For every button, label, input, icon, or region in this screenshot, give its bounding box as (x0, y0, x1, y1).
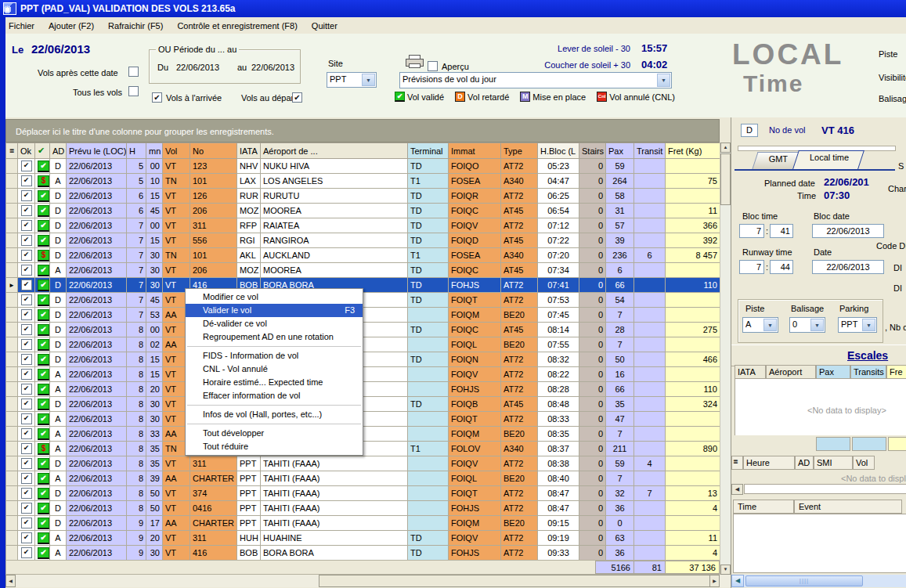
events-column-event[interactable]: Event (794, 500, 902, 514)
after-date-checkbox[interactable] (128, 67, 139, 77)
context-menu-item-valider-le-vol[interactable]: Valider le volF3 (186, 304, 363, 317)
table-row[interactable]: ✔✔D22/06/2013615VT126RURRURUTUTDFOIQRAT7… (6, 189, 720, 204)
column-header-ok[interactable]: Ok (18, 143, 35, 159)
menu-item-fichier[interactable]: Fichier (2, 19, 42, 33)
ok-checkbox[interactable]: ✔ (21, 488, 32, 499)
escales-column-aéroport[interactable]: Aéroport (766, 365, 816, 379)
period-to[interactable]: 22/06/2013 (251, 63, 294, 72)
bloc-minute-input[interactable]: 41 (770, 224, 793, 238)
context-menu-item-d-valider-ce-vol[interactable]: Dé-valider ce vol (186, 317, 363, 330)
ad-field[interactable]: D (741, 124, 758, 137)
ok-checkbox[interactable]: ✔ (21, 190, 32, 201)
menu-item-contr-le-et-enregistrement-f8-[interactable]: Contrôle et enregistrement (F8) (170, 19, 304, 33)
balisage-select[interactable]: 0▼ (789, 317, 825, 333)
movements-column-icon[interactable]: ≣ (731, 456, 743, 470)
column-header-hb[interactable]: H.Bloc (L (538, 143, 579, 159)
table-row[interactable]: ✔$A22/06/2013510TN101LAXLOS ANGELEST1FOS… (6, 174, 720, 189)
column-header-iata[interactable]: IATA (237, 143, 261, 159)
table-row[interactable]: ✔$D22/06/2013730TN101AKLAUCKLANDT1FOSEAA… (6, 248, 720, 263)
table-row[interactable]: ✔✔D22/06/2013917AACHARTERPPTTAHITI (FAAA… (6, 516, 720, 531)
table-row[interactable]: ✔✔A22/06/2013839AACHARTERPPTTAHITI (FAAA… (6, 471, 720, 486)
scroll-left-icon[interactable]: ◀ (731, 484, 743, 495)
arrivals-checkbox[interactable]: ✔ (152, 92, 162, 103)
column-header-pax[interactable]: Pax (606, 143, 634, 159)
escales-column-fre[interactable]: Fre (886, 365, 906, 379)
column-header-ty[interactable]: Type (501, 143, 538, 159)
horizontal-scroll-thumb[interactable] (319, 575, 718, 587)
table-row[interactable]: ✔✔D22/06/2013645VT206MOZMOOREATDFOIQCAT4… (6, 204, 720, 218)
column-header-h[interactable]: H (127, 143, 146, 159)
all-flights-checkbox[interactable] (128, 86, 139, 96)
escales-column-transits[interactable]: Transits (850, 365, 886, 379)
movements-scrollbar[interactable]: ◀ (731, 484, 906, 495)
column-header-date[interactable]: Prévu le (LOC) (67, 143, 127, 159)
context-menu-item-tout-d-velopper[interactable]: Tout développer (186, 427, 363, 440)
piste-select[interactable]: A▼ (742, 317, 778, 333)
ok-checkbox[interactable]: ✔ (21, 339, 32, 350)
tab-local-time[interactable]: Local time (793, 150, 865, 169)
column-header-mn[interactable]: mn (146, 143, 163, 159)
table-row[interactable]: ✔✔D22/06/2013835VT311PPTTAHITI (FAAA)FOI… (6, 456, 720, 471)
ok-checkbox[interactable]: ✔ (21, 309, 32, 320)
chevron-down-icon[interactable]: ▼ (362, 74, 375, 86)
ok-checkbox[interactable]: ✔ (21, 324, 32, 335)
column-header-st[interactable]: ✔ (35, 143, 50, 159)
movements-column-vol[interactable]: Vol (853, 456, 875, 470)
scroll-left-icon[interactable]: ◀ (731, 575, 744, 587)
bloc-date-input[interactable]: 22/06/2013 (812, 224, 884, 238)
ok-checkbox[interactable]: ✔ (21, 413, 32, 424)
ok-checkbox[interactable]: ✔ (21, 235, 32, 246)
column-header-ind[interactable]: ≣ (6, 143, 18, 159)
menu-item-rafraichir-f5-[interactable]: Rafraichir (F5) (101, 19, 170, 33)
column-header-vol[interactable]: Vol (163, 143, 190, 159)
panel-horizontal-scrollbar[interactable]: ◀ |||| (731, 575, 906, 587)
ok-checkbox[interactable]: ✔ (21, 399, 32, 409)
runway-hour-input[interactable]: 7 (739, 260, 764, 274)
apercu-checkbox[interactable] (428, 61, 438, 71)
ok-checkbox[interactable]: ✔ (21, 265, 32, 276)
report-select[interactable]: Prévisions de vol du jour ▼ (399, 72, 672, 88)
ok-checkbox[interactable]: ✔ (21, 532, 32, 543)
escales-column-pax[interactable]: Pax (816, 365, 850, 379)
context-menu-item-horaire-estim-expected-time[interactable]: Horaire estimé... Expected time (186, 376, 363, 389)
ok-checkbox[interactable]: ✔ (21, 547, 32, 558)
context-menu-item-regroupement-ad-en-une-rotation[interactable]: Regroupement AD en une rotation (186, 330, 363, 344)
context-menu-item-fids-information-de-vol[interactable]: FIDS - Information de vol (186, 349, 363, 363)
menu-item-ajouter-f2-[interactable]: Ajouter (F2) (42, 19, 101, 33)
column-header-ad[interactable]: AD (50, 143, 67, 159)
scroll-left-icon[interactable]: ◀ (5, 575, 16, 587)
movements-column-ad[interactable]: AD (795, 456, 814, 470)
parking-select[interactable]: PPT▼ (838, 317, 877, 333)
movements-column-heure[interactable]: Heure (743, 456, 795, 470)
vertical-scroll-thumb[interactable] (720, 153, 731, 205)
scroll-down-icon[interactable]: ▼ (720, 565, 731, 575)
table-row[interactable]: ✔✔D22/06/2013850VT374PPTTAHITI (FAAA)FOI… (6, 486, 720, 501)
panel-scroll-thumb[interactable]: |||| (745, 575, 863, 586)
ok-checkbox[interactable]: ✔ (21, 428, 32, 439)
table-row[interactable]: ✔✔A22/06/2013930VT416BOBBORA BORATDFOHJS… (6, 546, 720, 561)
ok-checkbox[interactable]: ✔ (21, 443, 32, 454)
ok-checkbox[interactable]: ✔ (21, 369, 32, 380)
print-icon[interactable] (406, 55, 423, 67)
column-header-tr[interactable]: Transit (634, 143, 666, 159)
table-row[interactable]: ✔✔D22/06/2013700VT311RFPRAIATEATDFOIQVAT… (6, 218, 720, 233)
table-row[interactable]: ✔✔A22/06/2013730VT206MOZMOOREATDFOIQCAT4… (6, 263, 720, 278)
context-menu-item-modifier-ce-vol[interactable]: Modifier ce vol (186, 290, 363, 304)
ok-checkbox[interactable]: ✔ (21, 518, 32, 528)
column-header-ter[interactable]: Terminal (408, 143, 449, 159)
ok-checkbox[interactable]: ✔ (21, 175, 32, 186)
chevron-down-icon[interactable]: ▼ (657, 74, 670, 87)
vertical-scrollbar[interactable]: ▲ ▼ (720, 142, 731, 575)
ok-checkbox[interactable]: ✔ (21, 250, 32, 261)
ok-checkbox[interactable]: ✔ (21, 354, 32, 365)
ok-checkbox[interactable]: ✔ (21, 280, 32, 290)
table-row[interactable]: ✔✔D22/06/2013500VT123NHVNUKU HIVATDFOIQO… (6, 159, 720, 174)
table-row[interactable]: ✔✔D22/06/2013850VT0416PPTTAHITI (FAAA)FO… (6, 501, 720, 516)
ok-checkbox[interactable]: ✔ (21, 503, 32, 514)
ok-checkbox[interactable]: ✔ (21, 161, 32, 171)
group-by-hint[interactable]: Déplacer ici le titre d'une colonne pour… (5, 119, 720, 142)
column-header-fr[interactable]: Fret (Kg) (666, 143, 720, 159)
ok-checkbox[interactable]: ✔ (21, 384, 32, 395)
period-from[interactable]: 22/06/2013 (176, 63, 219, 72)
runway-date-input[interactable]: 22/06/2013 (812, 260, 884, 274)
